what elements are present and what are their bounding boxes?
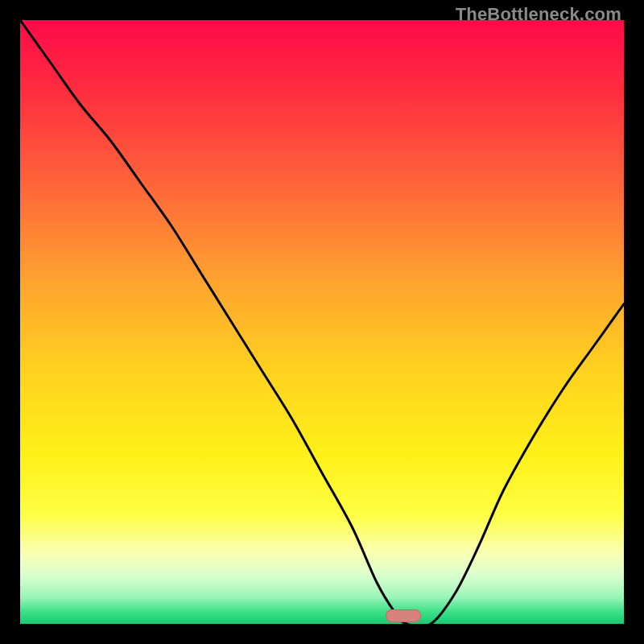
- plot-area: [20, 20, 624, 624]
- bottleneck-curve: [20, 20, 624, 624]
- watermark-text: TheBottleneck.com: [456, 4, 621, 25]
- chart-frame: TheBottleneck.com: [0, 0, 644, 644]
- optimal-marker: [386, 609, 421, 622]
